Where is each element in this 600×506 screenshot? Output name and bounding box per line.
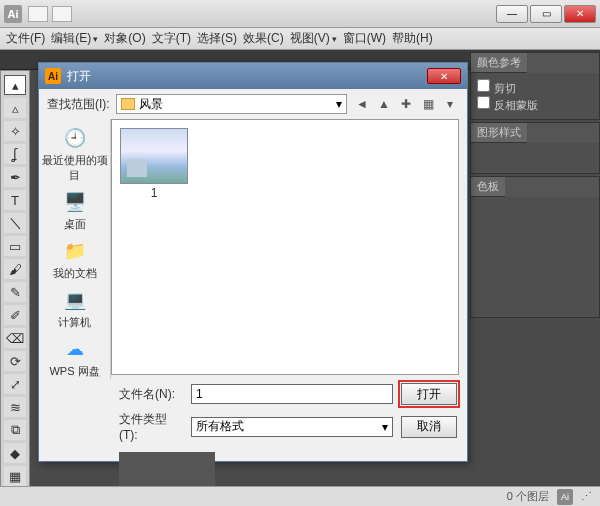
close-button[interactable]: ✕ [564, 5, 596, 23]
filename-label: 文件名(N): [119, 386, 183, 403]
places-bar: 🕘 最近使用的项目 🖥️ 桌面 📁 我的文档 💻 计算机 ☁ WPS 网盘 [39, 119, 111, 379]
graphic-styles-panel: 图形样式 [470, 122, 600, 174]
filetype-label: 文件类型(T): [119, 411, 183, 442]
dialog-titlebar: Ai 打开 ✕ [39, 63, 467, 89]
statusbar-grip-icon: ⋰ [581, 490, 592, 503]
chevron-down-icon: ▾ [336, 97, 342, 111]
filename-input[interactable] [191, 384, 393, 404]
chevron-down-icon[interactable]: ▾ [441, 95, 459, 113]
swatches-panel: 色板 [470, 176, 600, 318]
invert-mask-checkbox[interactable]: 反相蒙版 [477, 96, 593, 113]
minimize-button[interactable]: — [496, 5, 528, 23]
selection-status: 0 个图层 [507, 489, 549, 504]
window-controls: — ▭ ✕ [496, 5, 596, 23]
file-list[interactable]: 1 [111, 119, 459, 375]
menu-window[interactable]: 窗口(W) [343, 30, 386, 47]
line-tool[interactable]: ＼ [4, 213, 26, 233]
documents-icon: 📁 [60, 238, 90, 264]
filetype-value: 所有格式 [196, 418, 244, 435]
place-label: WPS 网盘 [49, 364, 99, 379]
ai-status-icon: Ai [557, 489, 573, 505]
nav-back-icon[interactable]: ◄ [353, 95, 371, 113]
file-item[interactable]: 1 [120, 128, 188, 200]
nav-viewmenu-icon[interactable]: ▦ [419, 95, 437, 113]
menu-object[interactable]: 对象(O) [104, 30, 145, 47]
doc-icon[interactable] [52, 6, 72, 22]
direct-select-tool[interactable]: ▵ [4, 98, 26, 118]
menu-view[interactable]: 视图(V)▾ [290, 30, 337, 47]
doc-icon[interactable] [28, 6, 48, 22]
recent-icon: 🕘 [60, 125, 90, 151]
magic-wand-tool[interactable]: ✧ [4, 121, 26, 141]
menu-edit[interactable]: 编辑(E)▾ [51, 30, 98, 47]
menu-type[interactable]: 文字(T) [152, 30, 191, 47]
look-in-dropdown[interactable]: 风景 ▾ [116, 94, 347, 114]
place-documents[interactable]: 📁 我的文档 [53, 238, 97, 281]
pen-tool[interactable]: ✒ [4, 167, 26, 187]
file-name: 1 [151, 186, 158, 200]
width-tool[interactable]: ≋ [4, 397, 26, 417]
look-in-value: 风景 [139, 96, 163, 113]
nav-up-icon[interactable]: ▲ [375, 95, 393, 113]
place-label: 计算机 [58, 315, 91, 330]
computer-icon: 💻 [60, 287, 90, 313]
dialog-body: 🕘 最近使用的项目 🖥️ 桌面 📁 我的文档 💻 计算机 ☁ WPS 网盘 [39, 119, 467, 379]
eraser-tool[interactable]: ⌫ [4, 328, 26, 348]
menu-effect[interactable]: 效果(C) [243, 30, 284, 47]
look-in-label: 查找范围(I): [47, 96, 110, 113]
app-titlebar: Ai — ▭ ✕ [0, 0, 600, 28]
tool-palette: ▴ ▵ ✧ ʆ ✒ T ＼ ▭ 🖌 ✎ ✐ ⌫ ⟳ ⤢ ≋ ⧉ ◆ ▦ ⎉ ✋ [0, 70, 30, 506]
file-thumbnail [120, 128, 188, 184]
maximize-button[interactable]: ▭ [530, 5, 562, 23]
statusbar: 0 个图层 Ai ⋰ [0, 486, 600, 506]
doc-switch-icons [28, 6, 496, 22]
rectangle-tool[interactable]: ▭ [4, 236, 26, 256]
panel-tab-styles[interactable]: 图形样式 [471, 123, 527, 143]
scale-tool[interactable]: ⤢ [4, 374, 26, 394]
folder-icon [121, 98, 135, 110]
place-wps[interactable]: ☁ WPS 网盘 [49, 336, 99, 379]
color-guide-panel: 颜色参考 剪切 反相蒙版 [470, 52, 600, 120]
place-desktop[interactable]: 🖥️ 桌面 [60, 189, 90, 232]
pencil-tool[interactable]: ✎ [4, 282, 26, 302]
place-label: 我的文档 [53, 266, 97, 281]
clip-checkbox[interactable]: 剪切 [477, 79, 593, 96]
open-button[interactable]: 打开 [401, 383, 457, 405]
lasso-tool[interactable]: ʆ [4, 144, 26, 164]
open-dialog: Ai 打开 ✕ 查找范围(I): 风景 ▾ ◄ ▲ ✚ ▦ ▾ 🕘 最近使用的项… [38, 62, 468, 462]
menu-select[interactable]: 选择(S) [197, 30, 237, 47]
nav-newfolder-icon[interactable]: ✚ [397, 95, 415, 113]
brush-tool[interactable]: 🖌 [4, 259, 26, 279]
place-label: 最近使用的项目 [39, 153, 110, 183]
menu-help[interactable]: 帮助(H) [392, 30, 433, 47]
shape-builder-tool[interactable]: ◆ [4, 443, 26, 463]
chevron-down-icon: ▾ [382, 420, 388, 434]
dialog-title: 打开 [67, 68, 91, 85]
rotate-tool[interactable]: ⟳ [4, 351, 26, 371]
ai-icon: Ai [45, 68, 61, 84]
menu-file[interactable]: 文件(F) [6, 30, 45, 47]
selection-tool[interactable]: ▴ [4, 75, 26, 95]
cloud-icon: ☁ [60, 336, 90, 362]
place-recent[interactable]: 🕘 最近使用的项目 [39, 125, 110, 183]
blob-brush-tool[interactable]: ✐ [4, 305, 26, 325]
free-transform-tool[interactable]: ⧉ [4, 420, 26, 440]
type-tool[interactable]: T [4, 190, 26, 210]
gradient-tool[interactable]: ▦ [4, 466, 26, 486]
right-panels: 颜色参考 剪切 反相蒙版 图形样式 色板 [470, 52, 600, 318]
menubar: 文件(F) 编辑(E)▾ 对象(O) 文字(T) 选择(S) 效果(C) 视图(… [0, 28, 600, 50]
place-label: 桌面 [64, 217, 86, 232]
cancel-button[interactable]: 取消 [401, 416, 457, 438]
dialog-close-button[interactable]: ✕ [427, 68, 461, 84]
dialog-toolbar: 查找范围(I): 风景 ▾ ◄ ▲ ✚ ▦ ▾ [39, 89, 467, 119]
app-logo: Ai [4, 5, 22, 23]
filetype-dropdown[interactable]: 所有格式 ▾ [191, 417, 393, 437]
panel-tab-swatches[interactable]: 色板 [471, 177, 505, 197]
desktop-icon: 🖥️ [60, 189, 90, 215]
panel-tab-color-guide[interactable]: 颜色参考 [471, 53, 527, 73]
place-computer[interactable]: 💻 计算机 [58, 287, 91, 330]
